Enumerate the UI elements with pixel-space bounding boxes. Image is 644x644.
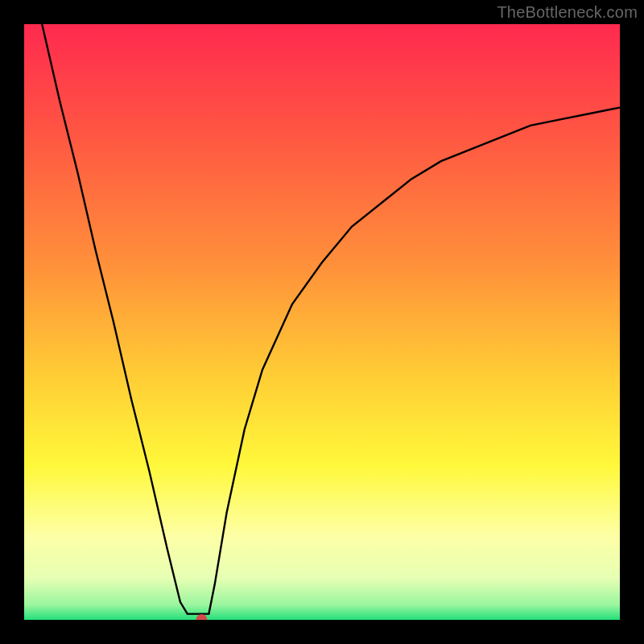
bottleneck-chart (24, 24, 620, 620)
chart-frame: TheBottleneck.com (0, 0, 644, 644)
watermark-label: TheBottleneck.com (497, 3, 638, 22)
